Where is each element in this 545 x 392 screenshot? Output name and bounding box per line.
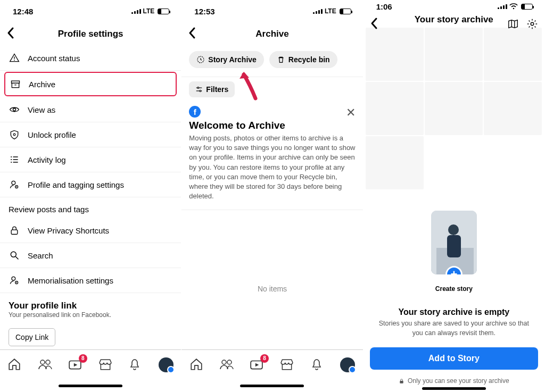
- grid-placeholder: [425, 82, 483, 135]
- pill-label: Story Archive: [208, 55, 257, 64]
- back-button[interactable]: [6, 27, 15, 39]
- wifi-icon: [509, 3, 518, 10]
- badge-count: 8: [260, 354, 269, 363]
- tab-marketplace[interactable]: [98, 357, 113, 372]
- create-story-card[interactable]: + Create story: [431, 211, 477, 293]
- signal-icon: [131, 9, 141, 14]
- privacy-note: Only you can see your story archive: [364, 377, 544, 385]
- empty-body: Stories you share are saved to your arch…: [364, 317, 544, 338]
- svg-point-19: [12, 277, 15, 280]
- phone-screen-archive: 12:53 LTE Archive Story Archive Recycle …: [181, 0, 363, 392]
- home-indicator: [181, 379, 362, 392]
- back-button[interactable]: [188, 27, 196, 39]
- tab-profile[interactable]: [340, 357, 355, 372]
- story-archive-grid: [364, 27, 544, 189]
- tab-watch[interactable]: 8: [68, 357, 83, 372]
- menu-item-view-as[interactable]: View as: [0, 97, 181, 122]
- back-button[interactable]: [370, 17, 378, 30]
- grid-placeholder: [366, 136, 424, 189]
- filters-button[interactable]: Filters: [189, 81, 235, 97]
- no-items-label: No items: [181, 285, 362, 293]
- welcome-title: Welcome to Archive: [189, 120, 355, 131]
- battery-icon: [158, 9, 169, 14]
- profile-link-title: Your profile link: [9, 301, 172, 311]
- tab-notifications[interactable]: [128, 357, 143, 372]
- privacy-text: Only you can see your story archive: [408, 377, 509, 385]
- close-button[interactable]: ✕: [346, 106, 356, 120]
- copy-link-button[interactable]: Copy Link: [9, 328, 55, 346]
- status-indicators: [498, 3, 533, 10]
- shield-icon: [9, 129, 20, 140]
- status-bar: 1:06: [364, 0, 544, 13]
- svg-point-8: [11, 159, 12, 160]
- profile-link-subtitle: Your personalised link on Facebook.: [9, 311, 172, 319]
- tab-watch[interactable]: 8: [250, 357, 265, 372]
- warning-triangle-icon: [9, 52, 20, 64]
- map-icon[interactable]: [506, 17, 520, 31]
- menu-item-account-status[interactable]: Account status: [0, 46, 181, 71]
- svg-rect-3: [12, 83, 19, 87]
- gear-icon[interactable]: [525, 17, 539, 31]
- page-title: Profile settings: [58, 29, 123, 39]
- settings-menu: Account status Archive View as Unlock pr…: [0, 46, 181, 349]
- signal-icon: [498, 4, 507, 9]
- tab-friends[interactable]: [219, 357, 234, 372]
- grid-placeholder: [484, 28, 542, 81]
- menu-item-search[interactable]: Search: [0, 243, 181, 268]
- svg-point-15: [16, 186, 17, 187]
- search-icon: [9, 249, 20, 261]
- status-time: 1:06: [376, 2, 392, 11]
- welcome-card: ✕ f Welcome to Archive Moving posts, pho…: [181, 102, 362, 201]
- svg-point-37: [448, 224, 459, 235]
- page-title: Your story archive: [415, 14, 493, 25]
- svg-point-5: [13, 109, 16, 111]
- svg-point-22: [40, 360, 45, 364]
- lock-icon: [9, 224, 20, 236]
- menu-item-memorialisation[interactable]: Memorialisation settings: [0, 268, 181, 293]
- home-indicator: [0, 379, 181, 392]
- add-to-story-button[interactable]: Add to Story: [370, 347, 538, 370]
- archive-tabs: Story Archive Recycle bin: [181, 46, 362, 73]
- section-header-review: Review posts and tags: [0, 197, 181, 218]
- battery-icon: [340, 9, 351, 14]
- tab-home[interactable]: [7, 357, 22, 372]
- menu-label: Account status: [28, 54, 80, 63]
- pill-story-archive[interactable]: Story Archive: [189, 51, 264, 68]
- svg-point-13: [12, 181, 15, 185]
- svg-rect-39: [400, 381, 403, 383]
- navbar: Profile settings: [0, 22, 181, 46]
- svg-rect-16: [11, 230, 18, 234]
- status-time: 12:53: [194, 7, 214, 16]
- phone-screen-profile-settings: 12:48 LTE Profile settings Account statu…: [0, 0, 181, 392]
- list-icon: [9, 154, 20, 165]
- person-gear-icon: [9, 179, 20, 190]
- svg-line-18: [16, 257, 19, 260]
- menu-item-profile-tagging[interactable]: Profile and tagging settings: [0, 172, 181, 197]
- svg-point-34: [531, 23, 534, 26]
- menu-item-archive[interactable]: Archive: [4, 72, 177, 96]
- svg-point-7: [11, 156, 12, 157]
- tab-marketplace[interactable]: [280, 357, 295, 372]
- svg-point-9: [11, 162, 12, 163]
- svg-point-29: [200, 90, 201, 91]
- tab-bar: 8: [181, 349, 362, 379]
- tab-friends[interactable]: [38, 357, 53, 372]
- menu-label: Search: [28, 251, 53, 260]
- menu-item-privacy-shortcuts[interactable]: View Privacy Shortcuts: [0, 218, 181, 243]
- menu-item-unlock-profile[interactable]: Unlock profile: [0, 122, 181, 147]
- page-title: Archive: [255, 29, 288, 39]
- facebook-logo-icon: f: [189, 106, 201, 118]
- pill-recycle-bin[interactable]: Recycle bin: [269, 51, 337, 68]
- sliders-icon: [195, 86, 203, 93]
- svg-point-30: [222, 360, 226, 364]
- menu-label: Activity log: [28, 155, 66, 164]
- tab-profile[interactable]: [159, 357, 174, 372]
- tab-notifications[interactable]: [310, 357, 325, 372]
- menu-label: Profile and tagging settings: [28, 180, 124, 189]
- menu-label: View Privacy Shortcuts: [28, 226, 109, 235]
- home-indicator: [364, 385, 544, 392]
- grid-placeholder: [425, 28, 483, 81]
- svg-point-17: [11, 252, 16, 257]
- menu-item-activity-log[interactable]: Activity log: [0, 147, 181, 172]
- tab-home[interactable]: [189, 357, 204, 372]
